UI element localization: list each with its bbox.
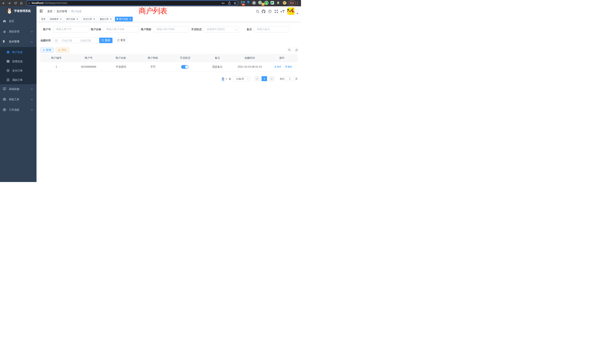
svg-text:⌘: ⌘ — [253, 2, 255, 4]
svg-text:y: y — [266, 1, 267, 4]
